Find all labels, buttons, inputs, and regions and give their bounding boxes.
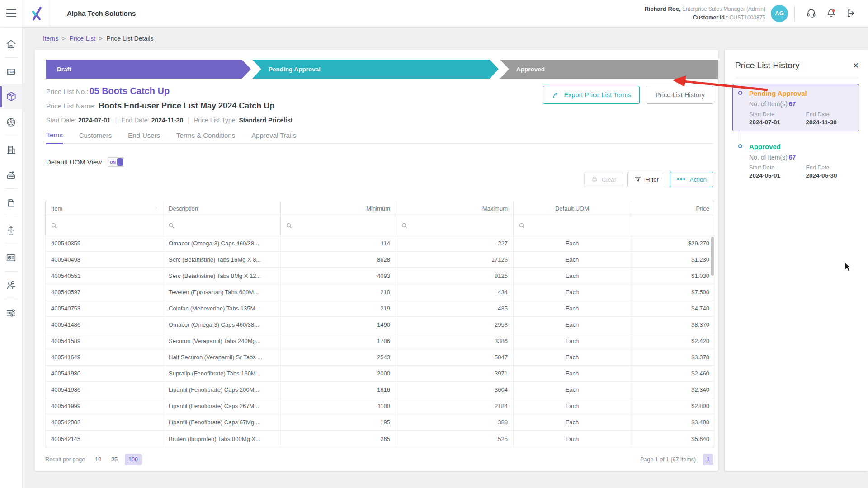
table-row[interactable]: 400540498Serc (Betahistine) Tabs 16Mg X … [46,252,714,268]
table-row[interactable]: 400542003Lipantil (Fenofibrate) Caps 67M… [46,414,714,431]
breadcrumb-items[interactable]: Items [43,35,58,42]
table-row[interactable]: 400541999Lipantil (Fenofibrate) Caps 267… [46,398,714,414]
price-list-history-button[interactable]: Price List History [647,86,713,104]
table-row[interactable]: 400541986Lipantil (Fenofibrate) Caps 200… [46,382,714,398]
sidebar-item-crm[interactable]: CRM [0,59,22,84]
svg-text:CRM: CRM [9,70,15,73]
search-icon [401,223,407,229]
sidebar-item-company[interactable] [0,137,22,162]
sidebar-item-reports[interactable] [0,245,22,270]
sidebar-item-home[interactable] [0,31,22,56]
table-row[interactable]: 400540551Serc (Betahistine) Tabs 8Mg X 1… [46,268,714,284]
export-button-label: Export Price List Terms [564,91,631,99]
column-header-item[interactable]: Item ↑ [46,201,163,216]
column-header-maximum[interactable]: Maximum [396,201,514,216]
clear-button[interactable]: Clear [584,172,623,187]
tab-customers[interactable]: Customers [79,131,112,143]
table-cell: 400542145 [46,431,163,447]
svg-text:D: D [8,228,10,231]
history-entry-approved[interactable]: Approved No. of Item(s)67 Start Date End… [732,137,859,185]
table-cell: Omacor (Omega 3) Caps 460/38... [163,317,281,333]
search-icon [519,223,525,229]
support-headset-icon[interactable] [801,4,821,23]
sidebar-item-ledger[interactable]: D C [0,217,22,243]
per-page-option-10[interactable]: 10 [95,456,101,463]
action-button[interactable]: ••• Action [670,172,713,187]
tab-end-users[interactable]: End-Users [128,131,160,143]
price-search-cell [631,216,715,235]
timeline-bullet-icon [738,144,742,148]
table-scrollbar-thumb[interactable] [711,237,714,276]
table-cell: 114 [281,235,396,251]
sidebar-item-add-user[interactable] [0,272,22,298]
table-cell: 1816 [281,382,396,398]
minimum-search-input[interactable] [295,222,390,229]
history-end-date-label: End Date [806,111,853,117]
sidebar-item-pricing[interactable]: $ [0,109,22,135]
table-row[interactable]: 400541980Supralip (Fenofibrate) Tabs 160… [46,366,714,382]
export-price-list-terms-button[interactable]: Export Price List Terms [543,86,640,104]
table-row[interactable]: 400541486Omacor (Omega 3) Caps 460/38...… [46,317,714,333]
table-row[interactable]: 400540597Teveten (Eprosartan) Tabs 600M.… [46,284,714,300]
table-cell: 5047 [396,349,514,365]
per-page-option-25[interactable]: 25 [111,456,118,463]
breadcrumb-price-list[interactable]: Price List [69,35,95,42]
history-end-date-value: 2024-11-30 [806,119,853,126]
table-row[interactable]: 400540359Omacor (Omega 3) Caps 460/38...… [46,235,714,252]
sidebar-item-preferences[interactable] [0,300,22,325]
hamburger-menu-icon[interactable] [0,0,23,27]
tab-approval-trails[interactable]: Approval Trails [251,131,296,143]
history-status: Approved [749,143,853,150]
per-page-option-100-selected[interactable]: 100 [125,454,142,465]
sidebar-item-purchases[interactable] [0,190,22,215]
table-cell: $2.460 [631,366,715,381]
price-list-no-value: 05 Boots Catch Up [89,86,170,96]
table-search-row [45,216,714,235]
app-header: Alpha Tech Solutions Richard Roe, Enterp… [0,0,868,27]
pagination-bar: Result per page 10 25 100 Page 1 of 1 (6… [45,452,713,467]
column-header-default-uom[interactable]: Default UOM [514,201,631,216]
sidebar-item-billing[interactable] [0,162,22,188]
header-divider [794,6,795,21]
table-cell: 2958 [396,317,514,333]
sort-asc-icon[interactable]: ↑ [155,205,158,212]
table-row[interactable]: 400541589Securon (Verapamil) Tabs 240Mg.… [46,333,714,349]
table-cell: 525 [396,431,514,447]
table-row[interactable]: 400542145Brufen (Ibuprofen) Tabs 800Mg X… [46,431,714,447]
table-row[interactable]: 400540753Colofac (Mebeverine) Tabs 135M.… [46,300,714,317]
close-icon[interactable]: ✕ [853,62,859,70]
avatar[interactable]: AG [771,5,788,22]
history-end-date-label: End Date [806,164,853,171]
table-cell: 195 [281,414,396,430]
table-cell: 400541986 [46,382,163,398]
table-cell: 400540551 [46,268,163,284]
price-list-details-card: Draft Pending Approval Approved Price Li… [35,50,718,471]
cash-register-icon [5,169,17,181]
table-cell: Teveten (Eprosartan) Tabs 600M... [163,284,281,300]
tab-terms-conditions[interactable]: Terms & Conditions [176,131,235,143]
default-uom-search-input[interactable] [528,222,625,229]
page-1-button[interactable]: 1 [703,454,713,465]
history-panel-title: Price List History [735,61,800,70]
description-search-input[interactable] [178,222,275,229]
column-header-minimum[interactable]: Minimum [281,201,396,216]
tab-items[interactable]: Items [46,131,63,144]
column-header-description[interactable]: Description [163,201,281,216]
maximum-search-input[interactable] [410,222,508,229]
table-cell: Each [514,300,631,316]
sidebar-item-products[interactable] [0,84,22,109]
table-cell: 4093 [281,268,396,284]
page-status: Page 1 of 1 (67 items) [640,456,696,463]
filter-button[interactable]: Filter [627,172,665,187]
table-cell: $1.030 [631,268,715,284]
more-dots-icon: ••• [677,177,686,182]
logout-icon[interactable] [841,4,861,23]
user-name: Richard Roe, [644,5,680,12]
column-header-price[interactable]: Price [631,201,715,216]
notifications-bell-icon[interactable] [821,4,841,23]
item-search-input[interactable] [60,222,157,229]
clear-button-label: Clear [602,176,616,183]
history-entry-pending-approval[interactable]: Pending Approval No. of Item(s)67 Start … [732,84,859,131]
default-uom-toggle[interactable]: ON [108,157,124,167]
table-row[interactable]: 400541649Half Securon (Verapamil) Sr Tab… [46,349,714,366]
